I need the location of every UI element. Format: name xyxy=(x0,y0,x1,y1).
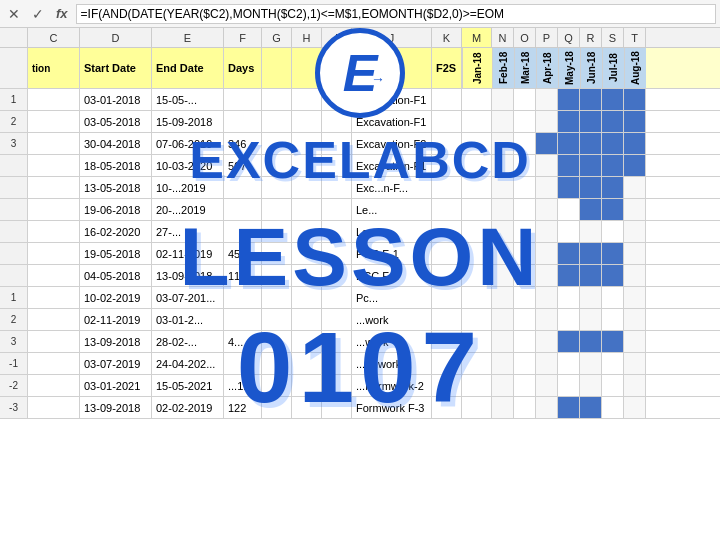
cell-start-date[interactable]: 18-05-2018 xyxy=(80,155,152,176)
cell-task-name[interactable]: Formwork F-3 xyxy=(352,397,432,418)
cell-activity[interactable] xyxy=(28,243,80,264)
cell-start-date[interactable]: 19-05-2018 xyxy=(80,243,152,264)
cell-days[interactable] xyxy=(224,309,262,330)
cell-end-date[interactable]: 07-06-2019 xyxy=(152,133,224,154)
cell-end-date[interactable]: 15-05-2021 xyxy=(152,375,224,396)
col-header-j[interactable]: J xyxy=(352,28,432,47)
gantt-cell xyxy=(558,309,580,330)
cell-days[interactable] xyxy=(224,287,262,308)
cell-activity[interactable] xyxy=(28,287,80,308)
cell-activity[interactable] xyxy=(28,221,80,242)
cell-end-date[interactable]: 13-09-2018 xyxy=(152,265,224,286)
cancel-icon[interactable]: ✕ xyxy=(4,4,24,24)
col-header-m[interactable]: M xyxy=(462,28,492,47)
cell-end-date[interactable]: 27-... xyxy=(152,221,224,242)
cell-task-name[interactable]: ...rmwork-1 xyxy=(352,353,432,374)
gantt-cell xyxy=(558,177,580,198)
cell-start-date[interactable]: 03-07-2019 xyxy=(80,353,152,374)
col-header-c[interactable]: C xyxy=(28,28,80,47)
cell-start-date[interactable]: 03-01-2021 xyxy=(80,375,152,396)
cell-task-name[interactable]: Excavation-F1 xyxy=(352,111,432,132)
cell-activity[interactable] xyxy=(28,199,80,220)
cell-end-date[interactable]: 24-04-202... xyxy=(152,353,224,374)
cell-end-date[interactable]: 15-05-... xyxy=(152,89,224,110)
cell-task-name[interactable]: Exc...n-F... xyxy=(352,177,432,198)
cell-task-name[interactable]: ...Formwork-2 xyxy=(352,375,432,396)
cell-activity[interactable] xyxy=(28,331,80,352)
cell-activity[interactable] xyxy=(28,353,80,374)
col-header-t[interactable]: T xyxy=(624,28,646,47)
cell-start-date[interactable]: 13-09-2018 xyxy=(80,331,152,352)
cell-task-name[interactable]: ...work xyxy=(352,331,432,352)
cell-activity[interactable] xyxy=(28,155,80,176)
gantt-cell xyxy=(602,177,624,198)
cell-h xyxy=(292,199,322,220)
col-header-q[interactable]: Q xyxy=(558,28,580,47)
cell-end-date[interactable]: 02-11-2019 xyxy=(152,243,224,264)
cell-start-date[interactable]: 02-11-2019 xyxy=(80,309,152,330)
cell-days[interactable] xyxy=(224,353,262,374)
cell-start-date[interactable]: 10-02-2019 xyxy=(80,287,152,308)
col-header-f[interactable]: F xyxy=(224,28,262,47)
col-header-i[interactable]: I xyxy=(322,28,352,47)
col-header-s[interactable]: S xyxy=(602,28,624,47)
cell-start-date[interactable]: 03-05-2018 xyxy=(80,111,152,132)
cell-days[interactable]: 122 xyxy=(224,397,262,418)
cell-days[interactable]: 113 xyxy=(224,265,262,286)
col-header-d[interactable]: D xyxy=(80,28,152,47)
cell-start-date[interactable]: 19-06-2018 xyxy=(80,199,152,220)
col-header-g[interactable]: G xyxy=(262,28,292,47)
col-header-r[interactable]: R xyxy=(580,28,602,47)
cell-days[interactable]: ...113 xyxy=(224,375,262,396)
cell-activity[interactable] xyxy=(28,133,80,154)
cell-task-name[interactable]: Pc... xyxy=(352,287,432,308)
cell-task-name[interactable]: Le... xyxy=(352,221,432,242)
col-header-k[interactable]: K xyxy=(432,28,462,47)
table-row: 16-02-2020 27-... Le... xyxy=(0,221,720,243)
cell-days[interactable]: 346 xyxy=(224,133,262,154)
cell-start-date[interactable]: 16-02-2020 xyxy=(80,221,152,242)
cell-activity[interactable] xyxy=(28,375,80,396)
cell-end-date[interactable]: 15-09-2018 xyxy=(152,111,224,132)
cell-days[interactable] xyxy=(224,199,262,220)
cell-start-date[interactable]: 13-09-2018 xyxy=(80,397,152,418)
cell-task-name[interactable]: Excavation-F2 xyxy=(352,133,432,154)
col-header-n[interactable]: N xyxy=(492,28,514,47)
cell-end-date[interactable]: 03-07-201... xyxy=(152,287,224,308)
cell-task-name[interactable]: PCC F-1 xyxy=(352,243,432,264)
formula-input[interactable] xyxy=(76,4,716,24)
cell-days[interactable] xyxy=(224,89,262,110)
col-header-p[interactable]: P xyxy=(536,28,558,47)
confirm-icon[interactable]: ✓ xyxy=(28,4,48,24)
cell-end-date[interactable]: 03-01-2... xyxy=(152,309,224,330)
cell-start-date[interactable]: 03-01-2018 xyxy=(80,89,152,110)
col-header-o[interactable]: O xyxy=(514,28,536,47)
col-header-e[interactable]: E xyxy=(152,28,224,47)
cell-end-date[interactable]: 10-03-2020 xyxy=(152,155,224,176)
cell-days[interactable]: 567 xyxy=(224,155,262,176)
cell-days[interactable] xyxy=(224,111,262,132)
cell-start-date[interactable]: 13-05-2018 xyxy=(80,177,152,198)
cell-task-name[interactable]: ...work xyxy=(352,309,432,330)
cell-days[interactable]: 4... xyxy=(224,331,262,352)
cell-days[interactable] xyxy=(224,177,262,198)
cell-activity[interactable] xyxy=(28,265,80,286)
cell-days[interactable]: 456 xyxy=(224,243,262,264)
cell-end-date[interactable]: 02-02-2019 xyxy=(152,397,224,418)
cell-start-date[interactable]: 04-05-2018 xyxy=(80,265,152,286)
cell-end-date[interactable]: 10-...2019 xyxy=(152,177,224,198)
cell-start-date[interactable]: 30-04-2018 xyxy=(80,133,152,154)
col-header-h[interactable]: H xyxy=(292,28,322,47)
cell-end-date[interactable]: 20-...2019 xyxy=(152,199,224,220)
cell-task-name[interactable]: Excavation-F1 xyxy=(352,155,432,176)
cell-task-name[interactable]: Excavation-F1 xyxy=(352,89,432,110)
cell-activity[interactable] xyxy=(28,177,80,198)
cell-task-name[interactable]: Le... xyxy=(352,199,432,220)
cell-activity[interactable] xyxy=(28,309,80,330)
cell-activity[interactable] xyxy=(28,111,80,132)
cell-activity[interactable] xyxy=(28,89,80,110)
cell-activity[interactable] xyxy=(28,397,80,418)
cell-end-date[interactable]: 28-02-... xyxy=(152,331,224,352)
cell-task-name[interactable]: PCC F-1 xyxy=(352,265,432,286)
cell-days[interactable] xyxy=(224,221,262,242)
